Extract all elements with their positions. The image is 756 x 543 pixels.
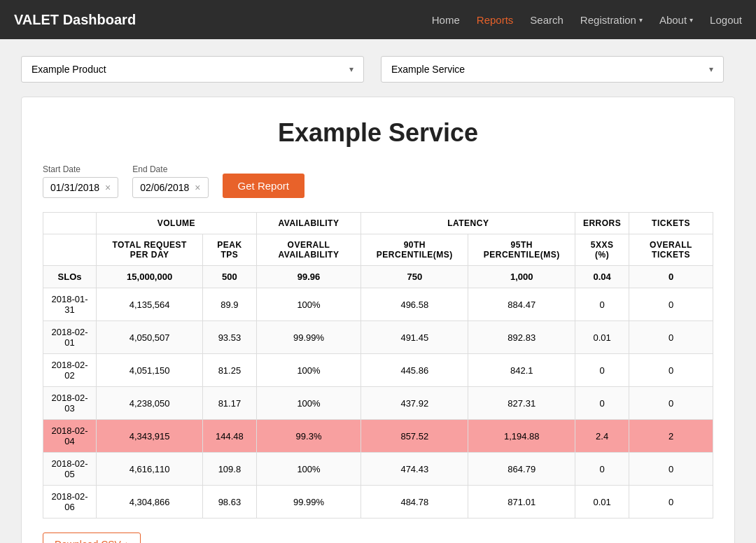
product-dropdown-caret: ▾	[349, 64, 354, 74]
table-sub-header-row: Total Request Per Day Peak TPS Overall A…	[43, 234, 713, 266]
data-cell: 0	[629, 387, 713, 420]
th-volume: VOLUME	[97, 213, 257, 234]
end-date-clear[interactable]: ×	[195, 182, 200, 193]
end-date-value: 02/06/2018	[140, 182, 189, 193]
get-report-button[interactable]: Get Report	[223, 174, 304, 198]
slo-cell: 1,000	[468, 266, 575, 288]
data-cell: 100%	[256, 453, 361, 486]
data-cell: 4,050,507	[97, 321, 203, 354]
nav-home[interactable]: Home	[432, 14, 460, 26]
th-5xxs: 5xxs (%)	[575, 234, 629, 266]
data-cell: 2	[629, 420, 713, 453]
service-dropdown-value: Example Service	[391, 64, 465, 75]
report-table: VOLUME AVAILABILITY LATENCY ERRORS TICKE…	[43, 212, 713, 519]
nav-about[interactable]: About ▾	[659, 14, 693, 26]
data-cell: 4,343,915	[97, 420, 203, 453]
data-cell: 0	[629, 486, 713, 519]
date-cell: 2018-02-01	[43, 321, 97, 354]
main-container: Example Product ▾ Example Service ▾ Exam…	[0, 39, 756, 543]
th-90th: 90th Percentile(ms)	[361, 234, 468, 266]
about-caret: ▾	[690, 16, 693, 24]
data-cell: 99.3%	[256, 420, 361, 453]
registration-caret: ▾	[639, 16, 643, 24]
data-cell: 4,051,150	[97, 354, 203, 387]
th-tickets: TICKETS	[629, 213, 713, 234]
start-date-label: Start Date	[43, 164, 118, 174]
th-total-request: Total Request Per Day	[97, 234, 203, 266]
th-peak-tps: Peak TPS	[203, 234, 257, 266]
data-cell: 871.01	[468, 486, 575, 519]
slo-cell: 99.96	[256, 266, 361, 288]
data-cell: 0	[629, 288, 713, 321]
end-date-input[interactable]: 02/06/2018 ×	[132, 177, 208, 198]
data-cell: 98.63	[203, 486, 257, 519]
start-date-field: Start Date 01/31/2018 ×	[43, 164, 118, 198]
slo-label: SLOs	[43, 266, 97, 288]
data-cell: 884.47	[468, 288, 575, 321]
data-cell: 437.92	[361, 387, 468, 420]
slo-cell: 0	[629, 266, 713, 288]
table-body: SLOs15,000,00050099.967501,0000.0402018-…	[43, 266, 713, 519]
date-cell: 2018-01-31	[43, 288, 97, 321]
data-cell: 144.48	[203, 420, 257, 453]
navbar: VALET Dashboard Home Reports Search Regi…	[0, 0, 756, 39]
start-date-input[interactable]: 01/31/2018 ×	[43, 177, 118, 198]
nav-search[interactable]: Search	[530, 14, 564, 26]
report-card: Example Service Start Date 01/31/2018 × …	[21, 97, 735, 543]
data-cell: 484.78	[361, 486, 468, 519]
nav-registration[interactable]: Registration ▾	[580, 14, 643, 26]
product-dropdown[interactable]: Example Product ▾	[21, 56, 364, 83]
end-date-label: End Date	[132, 164, 208, 174]
date-cell: 2018-02-06	[43, 486, 97, 519]
date-cell: 2018-02-05	[43, 453, 97, 486]
th-errors: ERRORS	[575, 213, 629, 234]
nav-logout[interactable]: Logout	[710, 14, 742, 26]
data-cell: 99.99%	[256, 486, 361, 519]
slo-cell: 15,000,000	[97, 266, 203, 288]
th-overall-tickets: Overall Tickets	[629, 234, 713, 266]
data-cell: 0.01	[575, 321, 629, 354]
table-row: 2018-02-014,050,50793.5399.99%491.45892.…	[43, 321, 713, 354]
data-cell: 857.52	[361, 420, 468, 453]
data-cell: 0	[629, 453, 713, 486]
end-date-field: End Date 02/06/2018 ×	[132, 164, 208, 198]
data-cell: 4,304,866	[97, 486, 203, 519]
nav-reports[interactable]: Reports	[477, 14, 514, 26]
download-area: Download CSV ↓	[43, 533, 713, 543]
data-cell: 892.83	[468, 321, 575, 354]
table-row: 2018-02-054,616,110109.8100%474.43864.79…	[43, 453, 713, 486]
slo-cell: 500	[203, 266, 257, 288]
th-overall-availability: Overall Availability	[256, 234, 361, 266]
date-cell: 2018-02-02	[43, 354, 97, 387]
data-cell: 0	[575, 453, 629, 486]
data-cell: 4,238,050	[97, 387, 203, 420]
start-date-value: 01/31/2018	[50, 182, 99, 193]
data-cell: 100%	[256, 354, 361, 387]
data-cell: 1,194.88	[468, 420, 575, 453]
th-sub-empty	[43, 234, 97, 266]
data-cell: 474.43	[361, 453, 468, 486]
data-cell: 0	[629, 321, 713, 354]
data-cell: 89.9	[203, 288, 257, 321]
nav-links: Home Reports Search Registration ▾ About…	[432, 14, 742, 26]
service-dropdown[interactable]: Example Service ▾	[381, 56, 724, 83]
start-date-clear[interactable]: ×	[105, 182, 111, 193]
th-latency: LATENCY	[361, 213, 575, 234]
data-cell: 827.31	[468, 387, 575, 420]
report-title: Example Service	[43, 118, 713, 148]
data-cell: 0.01	[575, 486, 629, 519]
table-row: 2018-02-024,051,15081.25100%445.86842.10…	[43, 354, 713, 387]
slo-row: SLOs15,000,00050099.967501,0000.040	[43, 266, 713, 288]
data-cell: 0	[575, 387, 629, 420]
data-cell: 864.79	[468, 453, 575, 486]
data-cell: 496.58	[361, 288, 468, 321]
data-cell: 109.8	[203, 453, 257, 486]
data-cell: 4,616,110	[97, 453, 203, 486]
product-dropdown-value: Example Product	[31, 64, 106, 75]
table-row: 2018-02-034,238,05081.17100%437.92827.31…	[43, 387, 713, 420]
date-cell: 2018-02-04	[43, 420, 97, 453]
service-dropdown-caret: ▾	[709, 64, 713, 74]
data-cell: 100%	[256, 387, 361, 420]
data-cell: 491.45	[361, 321, 468, 354]
download-csv-button[interactable]: Download CSV ↓	[43, 533, 141, 543]
